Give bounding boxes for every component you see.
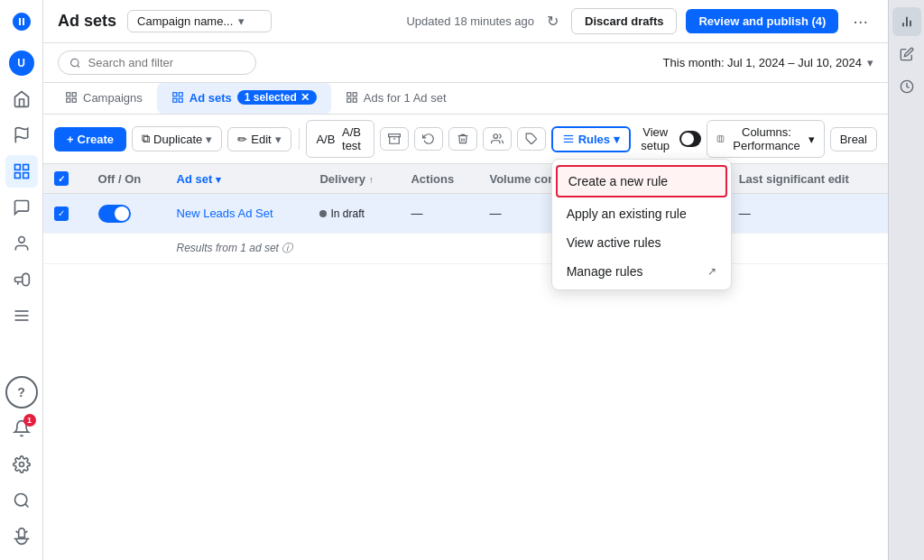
right-chart-icon[interactable] bbox=[892, 7, 921, 36]
sidebar-person-icon[interactable] bbox=[5, 227, 38, 260]
sidebar-menu-icon[interactable] bbox=[5, 299, 38, 332]
ad-sets-table: ✓ Off / On Ad set ▾ Delivery ↑ Actions V… bbox=[43, 164, 888, 264]
undo-icon bbox=[422, 133, 435, 145]
create-button[interactable]: + Create bbox=[54, 127, 126, 151]
more-options-button[interactable]: ··· bbox=[847, 7, 873, 35]
sidebar-flag-icon[interactable] bbox=[5, 119, 38, 151]
people-button[interactable] bbox=[483, 127, 512, 151]
col-adset[interactable]: Ad set ▾ bbox=[166, 164, 310, 194]
svg-rect-21 bbox=[179, 98, 182, 102]
columns-button[interactable]: Columns: Performance ▾ bbox=[707, 120, 824, 158]
edit-button[interactable]: ✏ Edit ▾ bbox=[227, 127, 291, 151]
campaigns-icon bbox=[65, 91, 78, 104]
svg-rect-3 bbox=[14, 173, 20, 179]
sidebar-bug-icon[interactable] bbox=[5, 520, 38, 553]
sidebar-settings-icon[interactable] bbox=[5, 448, 38, 481]
review-publish-button[interactable]: Review and publish (4) bbox=[686, 9, 838, 33]
ads-label: Ads for 1 Ad set bbox=[364, 91, 447, 105]
create-rule-label: Create a new rule bbox=[568, 174, 669, 188]
adset-name-link[interactable]: New Leads Ad Set bbox=[177, 207, 273, 220]
tab-campaigns[interactable]: Campaigns bbox=[51, 83, 157, 114]
discard-drafts-button[interactable]: Discard drafts bbox=[571, 8, 677, 34]
svg-rect-19 bbox=[179, 93, 182, 96]
delivery-status: In draft bbox=[319, 207, 364, 220]
notification-badge: 1 bbox=[23, 414, 36, 427]
adsets-icon bbox=[171, 91, 184, 104]
meta-logo-icon bbox=[7, 7, 36, 36]
date-picker[interactable]: This month: Jul 1, 2024 – Jul 10, 2024 ▾ bbox=[663, 56, 873, 69]
svg-rect-23 bbox=[353, 93, 356, 96]
sidebar-help-icon[interactable]: ? bbox=[5, 376, 38, 409]
svg-line-13 bbox=[78, 65, 79, 67]
sidebar-grid-icon[interactable] bbox=[5, 155, 38, 188]
manage-rules-label: Manage rules bbox=[567, 264, 643, 279]
delivery-status-label: In draft bbox=[330, 207, 364, 220]
actions-value: — bbox=[411, 207, 422, 220]
table-header-row: ✓ Off / On Ad set ▾ Delivery ↑ Actions V… bbox=[43, 164, 888, 194]
last-edit-value: — bbox=[739, 207, 751, 220]
view-setup-button[interactable]: View setup bbox=[636, 125, 674, 152]
columns-icon bbox=[716, 133, 725, 145]
trash-button[interactable] bbox=[448, 127, 477, 151]
search-input[interactable] bbox=[88, 56, 245, 69]
right-sidebar bbox=[888, 0, 924, 560]
campaigns-label: Campaigns bbox=[83, 91, 143, 105]
rules-chevron-icon: ▾ bbox=[614, 133, 620, 146]
page-title: Ad sets bbox=[58, 12, 116, 31]
rules-dropdown-menu: Create a new rule Apply an existing rule… bbox=[551, 159, 732, 290]
right-edit-icon[interactable] bbox=[892, 40, 921, 69]
date-range-text: This month: Jul 1, 2024 – Jul 10, 2024 bbox=[663, 56, 862, 69]
create-new-rule-item[interactable]: Create a new rule bbox=[556, 165, 727, 197]
archive-button[interactable] bbox=[380, 127, 409, 151]
row-delivery-cell: In draft bbox=[309, 194, 400, 234]
search-input-wrapper[interactable] bbox=[58, 50, 256, 75]
people-icon bbox=[491, 133, 504, 145]
campaign-selector[interactable]: Campaign name... ▾ bbox=[127, 10, 272, 32]
avatar[interactable]: U bbox=[5, 47, 38, 79]
sidebar-notifications-icon[interactable]: 1 bbox=[5, 412, 38, 445]
results-summary-cell: Results from 1 ad set ⓘ bbox=[166, 234, 888, 264]
sidebar-search-icon[interactable] bbox=[5, 484, 38, 517]
adsets-label: Ad sets bbox=[189, 91, 232, 105]
svg-point-12 bbox=[71, 59, 79, 66]
view-setup-label: View setup bbox=[636, 125, 674, 152]
tag-button[interactable] bbox=[517, 127, 546, 151]
row-last-edit-cell: — bbox=[728, 194, 888, 234]
col-actions-label: Actions bbox=[411, 172, 454, 186]
sidebar-megaphone-icon[interactable] bbox=[5, 263, 38, 296]
row-toggle[interactable] bbox=[98, 205, 131, 223]
svg-line-11 bbox=[24, 504, 28, 508]
col-delivery[interactable]: Delivery ↑ bbox=[309, 164, 400, 194]
view-toggle[interactable] bbox=[679, 131, 701, 147]
table-row: ✓ New Leads Ad Set In draft — bbox=[43, 194, 888, 234]
ab-test-button[interactable]: A/B A/B test bbox=[306, 120, 374, 158]
sidebar-home-icon[interactable] bbox=[5, 83, 38, 115]
svg-rect-16 bbox=[67, 98, 70, 102]
toolbar-divider-1 bbox=[299, 128, 300, 150]
campaign-name: Campaign name... bbox=[137, 14, 233, 28]
duplicate-button[interactable]: ⧉ Duplicate ▾ bbox=[132, 126, 222, 151]
col-actions: Actions bbox=[400, 164, 478, 194]
svg-point-28 bbox=[494, 134, 498, 139]
sidebar-chat-icon[interactable] bbox=[5, 191, 38, 224]
rules-button[interactable]: Rules ▾ bbox=[551, 126, 631, 152]
breakdown-button[interactable]: Breal bbox=[830, 127, 877, 151]
select-all-checkbox[interactable]: ✓ bbox=[54, 171, 69, 186]
col-last-edit: Last significant edit bbox=[728, 164, 888, 194]
right-clock-icon[interactable] bbox=[892, 72, 921, 101]
svg-point-9 bbox=[19, 463, 23, 467]
refresh-button[interactable]: ↻ bbox=[543, 9, 562, 33]
toolbar: + Create ⧉ Duplicate ▾ ✏ Edit ▾ A/B A/B … bbox=[43, 115, 888, 164]
apply-existing-rule-item[interactable]: Apply an existing rule bbox=[552, 199, 731, 228]
results-summary-row: Results from 1 ad set ⓘ bbox=[43, 234, 888, 264]
tab-ads[interactable]: Ads for 1 Ad set bbox=[331, 83, 461, 114]
view-active-rules-item[interactable]: View active rules bbox=[552, 228, 731, 257]
manage-rules-item[interactable]: Manage rules ↗ bbox=[552, 257, 731, 286]
row-checkbox[interactable]: ✓ bbox=[54, 207, 69, 221]
tab-adsets[interactable]: Ad sets 1 selected ✕ bbox=[157, 83, 331, 114]
tag-icon bbox=[525, 133, 538, 145]
svg-rect-22 bbox=[347, 93, 351, 96]
svg-rect-1 bbox=[14, 165, 20, 170]
undo-button[interactable] bbox=[414, 127, 443, 151]
clear-selection-icon[interactable]: ✕ bbox=[300, 91, 310, 104]
